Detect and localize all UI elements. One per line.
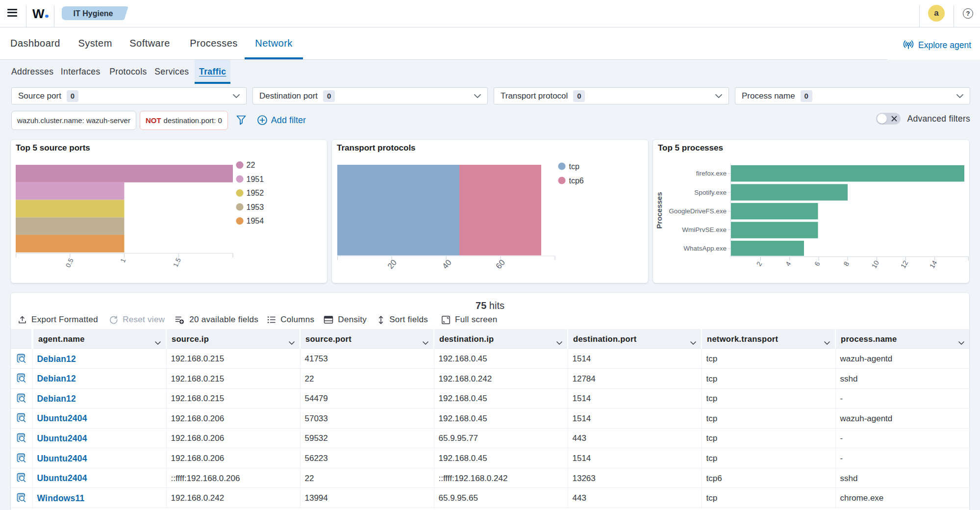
svg-text:12: 12 [899, 259, 910, 270]
svg-text:1: 1 [119, 257, 127, 264]
svg-text:1951: 1951 [247, 175, 264, 183]
svg-text:GoogleDriveFS.exe: GoogleDriveFS.exe [669, 207, 727, 215]
svg-text:1952: 1952 [247, 189, 264, 197]
svg-text:1953: 1953 [247, 203, 264, 211]
svg-text:IT Hygiene: IT Hygiene [74, 9, 113, 18]
svg-text:22: 22 [247, 161, 255, 169]
svg-text:20: 20 [386, 258, 399, 271]
svg-text:40: 40 [440, 258, 453, 271]
svg-text:8: 8 [842, 260, 851, 267]
svg-text:6: 6 [813, 260, 822, 267]
svg-text:WmiPrvSE.exe: WmiPrvSE.exe [682, 226, 727, 233]
svg-text:Processes: Processes [655, 192, 663, 229]
svg-text:tcp: tcp [569, 162, 579, 171]
svg-text:Spotify.exe: Spotify.exe [694, 189, 727, 196]
svg-text:10: 10 [870, 259, 880, 270]
svg-text:60: 60 [494, 258, 507, 271]
svg-text:14: 14 [928, 259, 939, 270]
svg-text:1954: 1954 [247, 217, 264, 225]
svg-text:1.5: 1.5 [172, 257, 182, 268]
svg-text:0.5: 0.5 [64, 257, 75, 268]
svg-text:tcp6: tcp6 [569, 177, 584, 185]
svg-text:2: 2 [755, 260, 764, 267]
svg-text:WhatsApp.exe: WhatsApp.exe [683, 245, 727, 252]
svg-text:4: 4 [784, 260, 793, 267]
svg-text:firefox.exe: firefox.exe [696, 170, 727, 177]
